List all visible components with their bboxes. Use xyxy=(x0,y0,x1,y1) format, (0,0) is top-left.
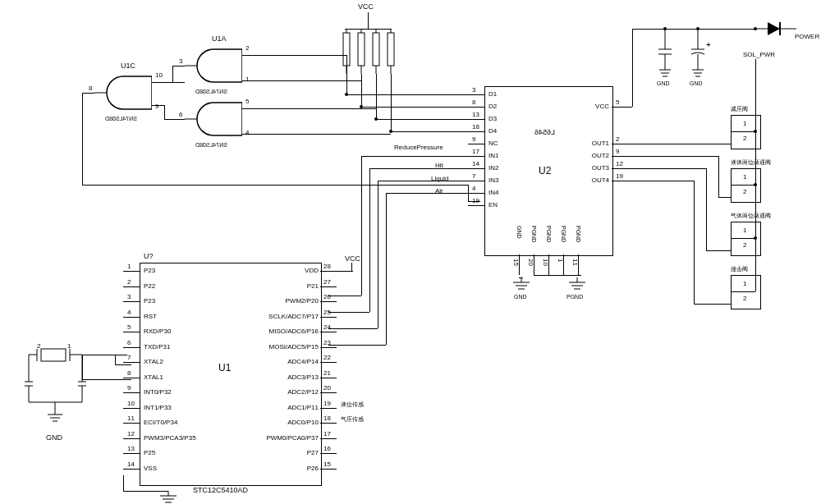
u1-pin-num-left: 12 xyxy=(127,430,135,438)
u1-pin-num-left: 2 xyxy=(127,278,131,286)
u1-pin-name-left: VSS xyxy=(144,465,157,472)
u1-pin-num-right: 21 xyxy=(323,369,331,377)
gate-u1a-p3: 3 xyxy=(179,57,182,65)
adc-note-2: 气压传感 xyxy=(341,415,364,424)
u2-pin-num-left: 9 xyxy=(472,135,475,143)
power-label: POWER xyxy=(795,33,819,40)
u1-pin-num-left: 10 xyxy=(127,400,135,407)
u1-pin-name-left: XTAL1 xyxy=(144,373,163,381)
u2-pin-name-left: IN3 xyxy=(488,176,498,184)
u1-pin-num-left: 9 xyxy=(127,384,131,392)
u2-pin-num-left: 4 xyxy=(472,185,475,192)
gate-u1c-ref: U1C xyxy=(121,62,135,70)
conn-pin-2: 2 xyxy=(743,188,746,195)
conn-pin-2: 2 xyxy=(743,241,746,249)
conn-pin-1: 1 xyxy=(743,227,746,234)
gate-u1c-part: SN74LS08D xyxy=(105,116,137,121)
gate-u1c xyxy=(94,72,152,113)
u1-pin-name-right: P21 xyxy=(307,282,319,290)
gate-u1b-p3: 6 xyxy=(179,111,182,118)
u2-pin-name-bottom: GND xyxy=(516,226,522,239)
u2-pin-name-left: D1 xyxy=(488,90,497,98)
gate-u1b xyxy=(185,99,242,140)
u2-pin-name-left: D4 xyxy=(488,127,497,135)
u1-pin-num-left: 8 xyxy=(127,369,131,377)
gnd-xtal: GND xyxy=(46,433,62,442)
u1-pin-name-right: ADC2/P12 xyxy=(287,388,319,396)
u2-pin-name-left: IN1 xyxy=(488,152,498,159)
u1-pin-num-left: 13 xyxy=(127,445,135,452)
u1-pin-name-left: ECI/T0/P34 xyxy=(144,419,177,426)
svg-text:+: + xyxy=(706,40,711,49)
conn-pin-1: 1 xyxy=(743,173,746,181)
u1-pin-name-right: VDD xyxy=(305,267,319,274)
chip-u2-part: L6546 xyxy=(534,128,555,136)
svg-rect-6 xyxy=(388,33,394,66)
pullup-resistors xyxy=(341,29,398,78)
u2-pin-num-left: 17 xyxy=(472,148,479,155)
vcc-u1: VCC xyxy=(345,254,360,263)
svg-rect-15 xyxy=(41,349,66,361)
u1-pin-name-right: ADC3/P13 xyxy=(287,373,319,381)
svg-marker-45 xyxy=(768,22,780,35)
power-caps: + xyxy=(653,25,718,86)
schematic-canvas: U1 U? STC12C5410AD 1P232P223P234RST5RXD/… xyxy=(0,0,821,504)
u2-pin-num-left: 13 xyxy=(472,111,479,118)
gate-u1a-p2: 1 xyxy=(245,76,249,83)
connector-label: 液体两位两通阀 xyxy=(731,158,771,167)
gate-u1a-part: SN74LS08D xyxy=(195,89,227,94)
u1-pin-name-right: SCLK/ADC7/P17 xyxy=(268,313,319,320)
u2-pin-name-bottom: PGND xyxy=(546,226,552,242)
u1-pin-num-left: 14 xyxy=(127,460,135,468)
connector-label: 撞击阀 xyxy=(731,265,748,273)
u1-pin-name-left: RXD/P30 xyxy=(144,328,171,335)
u2-pin-num-left: 18 xyxy=(472,123,479,131)
u2-pin-num-left: 7 xyxy=(472,172,475,180)
u1-pin-num-right: 17 xyxy=(323,430,331,438)
xtal-p1: 1 xyxy=(67,342,71,350)
u1-pin-name-left: INT0/P32 xyxy=(144,388,172,396)
chip-u1-part: STC12C5410AD xyxy=(193,486,248,494)
chip-u1-top: U? xyxy=(144,252,154,260)
u2-pin-name-left: EN xyxy=(488,201,498,208)
adc-note-1: 液位传感 xyxy=(341,401,364,409)
u2-pin-name-right: OUT4 xyxy=(592,176,609,184)
u1-pin-name-right: PWM2/P20 xyxy=(286,297,319,305)
gate-u1c-p3: 8 xyxy=(89,85,92,92)
u2-pin-name-right: OUT3 xyxy=(592,164,609,172)
conn-pin-1: 1 xyxy=(743,120,746,127)
u1-pin-num-right: 26 xyxy=(323,293,331,300)
u1-pin-num-left: 11 xyxy=(127,415,135,422)
gnd-cap1: GND xyxy=(657,80,670,86)
u1-pin-name-right: P27 xyxy=(307,449,319,456)
u1-pin-num-left: 6 xyxy=(127,339,131,346)
u1-pin-num-left: 1 xyxy=(127,263,131,270)
u1-pin-num-left: 7 xyxy=(127,354,131,361)
u1-pin-num-left: 3 xyxy=(127,293,131,300)
u2-pin-name-right: OUT2 xyxy=(592,152,609,159)
u2-pin-num-right: 19 xyxy=(616,172,623,180)
connector-label: 气体两位两通阀 xyxy=(731,212,771,220)
svg-rect-4 xyxy=(358,33,365,66)
u1-pin-name-right: ADC4/P14 xyxy=(287,358,319,365)
u1-pin-num-right: 20 xyxy=(323,384,331,392)
chip-u2-ref: U2 xyxy=(539,165,551,176)
gate-u1a xyxy=(185,45,242,86)
pgnd-u2 xyxy=(565,277,589,292)
conn-pin-2: 2 xyxy=(743,135,746,142)
svg-rect-5 xyxy=(373,33,379,66)
conn-pin-2: 2 xyxy=(743,295,746,302)
u1-pin-num-left: 4 xyxy=(127,309,131,316)
gnd-u2-label: GND xyxy=(514,294,527,300)
u1-pin-name-left: P23 xyxy=(144,297,155,305)
gate-u1a-p1: 2 xyxy=(245,44,249,52)
connector-label: 减压阀 xyxy=(731,105,748,113)
u2-pin-name-right: VCC xyxy=(595,103,609,110)
u2-pin-name-left: NC xyxy=(488,140,498,147)
u2-pin-name-bottom: PGND xyxy=(576,226,581,242)
xtal-p2: 2 xyxy=(37,342,40,350)
u1-pin-name-left: P23 xyxy=(144,267,155,274)
pgnd-u2-label: PGND xyxy=(566,294,583,300)
u1-pin-name-right: P26 xyxy=(307,465,319,472)
vcc-label-top: VCC xyxy=(358,2,374,11)
